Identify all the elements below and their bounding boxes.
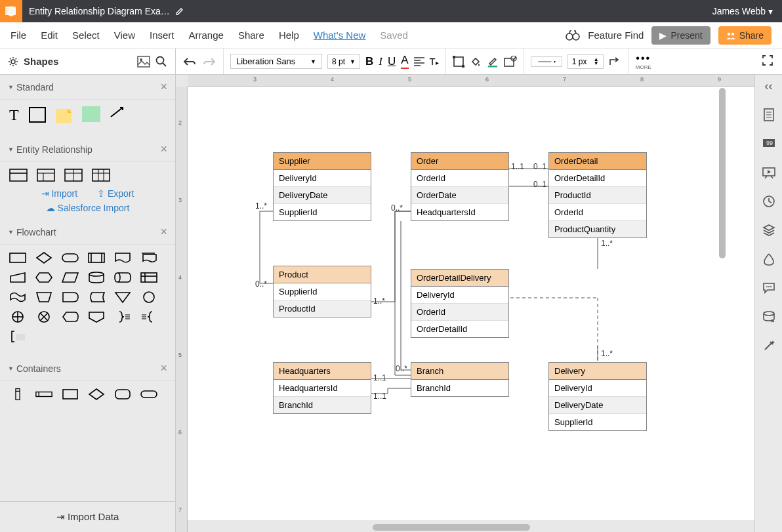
er-shape-3[interactable] (64, 169, 83, 182)
entity-orderdetaildelivery[interactable]: OrderDetailDelivery DeliveryId OrderId O… (411, 269, 509, 338)
chat-icon[interactable] (762, 281, 776, 295)
panel-er-header[interactable]: ▼Entity Relationship× (0, 137, 175, 162)
entity-product[interactable]: Product SupplierId ProductId (273, 266, 371, 317)
fc-manual[interactable] (35, 291, 52, 304)
comment-icon[interactable]: 99 (762, 136, 776, 151)
er-export-link[interactable]: ⇪ Export (97, 188, 134, 199)
vertical-scrollbar[interactable] (719, 88, 726, 258)
menu-whats-new[interactable]: What's New (314, 30, 366, 41)
close-icon[interactable]: × (160, 361, 167, 375)
menu-view[interactable]: View (114, 30, 135, 41)
layers-icon[interactable] (762, 223, 776, 237)
image-icon[interactable] (137, 56, 150, 68)
underline-button[interactable]: U (388, 55, 396, 68)
page-icon[interactable] (762, 108, 776, 122)
line-route-icon[interactable] (609, 56, 622, 68)
fc-data[interactable] (62, 271, 79, 284)
fc-direct[interactable] (114, 271, 131, 284)
c-rounded[interactable] (114, 388, 131, 401)
c-pill[interactable] (140, 388, 157, 401)
bold-button[interactable]: B (365, 55, 373, 68)
close-icon[interactable]: × (160, 225, 167, 239)
fullscreen-icon[interactable] (762, 55, 773, 66)
font-size-select[interactable]: 8 pt▼ (327, 54, 360, 69)
canvas[interactable]: Supplier DeliveryId DeliveryDate Supplie… (188, 87, 754, 520)
line-style-select[interactable]: ▼ (531, 56, 562, 67)
data-icon[interactable] (762, 310, 776, 324)
shape-options-icon[interactable] (504, 56, 517, 68)
entity-branch[interactable]: Branch BranchId (411, 362, 509, 397)
fc-delay[interactable] (62, 291, 79, 304)
fc-stored[interactable] (88, 291, 105, 304)
entity-supplier[interactable]: Supplier DeliveryId DeliveryDate Supplie… (273, 152, 371, 221)
align-button[interactable] (414, 57, 424, 66)
import-data-button[interactable]: ⇥ Import Data (0, 501, 175, 532)
document-title[interactable]: Entity Relationship Diagram Exa… (22, 6, 191, 16)
fc-merge[interactable] (114, 291, 131, 304)
text-color-button[interactable]: A (401, 54, 408, 69)
fc-tape[interactable] (9, 291, 26, 304)
border-color-icon[interactable] (487, 56, 499, 68)
text-format-button[interactable]: T▸ (430, 56, 439, 67)
canvas-area[interactable]: 3456789 234567 (176, 75, 754, 532)
menu-help[interactable]: Help (279, 30, 299, 41)
entity-delivery[interactable]: Delivery DeliveryId DeliveryDate Supplie… (548, 362, 647, 431)
fc-note[interactable] (9, 330, 26, 343)
fc-document[interactable] (114, 251, 131, 264)
edit-title-icon[interactable] (175, 7, 184, 16)
fc-diamond[interactable] (35, 251, 52, 264)
panel-containers-header[interactable]: ▼Containers× (0, 356, 175, 381)
menu-arrange[interactable]: Arrange (189, 30, 224, 41)
menu-insert[interactable]: Insert (150, 30, 175, 41)
fc-input[interactable] (9, 271, 26, 284)
fc-offpage[interactable] (88, 310, 105, 323)
binoculars-icon[interactable] (566, 30, 580, 41)
close-icon[interactable]: × (160, 142, 167, 156)
salesforce-import-link[interactable]: ☁ Salesforce Import (9, 203, 166, 213)
fill-icon[interactable] (470, 56, 482, 68)
present-button[interactable]: ▶ Present (651, 26, 710, 45)
entity-order[interactable]: Order OrderId OrderDate HeadquartersId (411, 152, 509, 221)
fc-rect[interactable] (9, 251, 26, 264)
menu-edit[interactable]: Edit (41, 30, 58, 41)
c-lane-v[interactable] (9, 388, 26, 401)
feature-find[interactable]: Feature Find (588, 30, 644, 41)
fc-prep[interactable] (35, 271, 52, 284)
c-rect[interactable] (62, 388, 79, 401)
fc-brace-l[interactable] (140, 310, 157, 323)
collapse-dock-icon[interactable]: ‹‹ (762, 79, 776, 93)
fc-display[interactable] (62, 310, 79, 323)
fc-internal[interactable] (140, 271, 157, 284)
c-diamond[interactable] (88, 388, 105, 401)
more-button[interactable]: ••• MORE (636, 52, 651, 70)
share-button[interactable]: Share (718, 26, 772, 45)
italic-button[interactable]: I (379, 55, 382, 68)
fc-brace-r[interactable] (114, 310, 131, 323)
fc-sum[interactable] (35, 310, 52, 323)
c-lane-h[interactable] (35, 388, 52, 401)
er-import-link[interactable]: ⇥ Import (41, 188, 78, 199)
horizontal-scrollbar[interactable] (373, 524, 530, 531)
fc-terminator[interactable] (62, 251, 79, 264)
menu-share[interactable]: Share (238, 30, 264, 41)
entity-headquarters[interactable]: Headquarters HeadquartersId BranchId (273, 362, 371, 414)
line-width-select[interactable]: 1 px▲▼ (567, 54, 604, 69)
redo-icon[interactable] (202, 56, 216, 67)
panel-standard-header[interactable]: ▼Standard× (0, 75, 175, 100)
drop-icon[interactable] (762, 252, 776, 266)
menu-select[interactable]: Select (72, 30, 100, 41)
user-menu[interactable]: James Webb ▾ (703, 6, 782, 16)
er-shape-4[interactable] (92, 169, 110, 182)
gear-icon[interactable] (8, 56, 18, 67)
panel-flowchart-header[interactable]: ▼Flowchart× (0, 220, 175, 245)
fc-or[interactable] (9, 310, 26, 323)
fc-database[interactable] (88, 271, 105, 284)
fc-multidoc[interactable] (140, 251, 157, 264)
er-shape-1[interactable] (9, 169, 28, 182)
presentation-icon[interactable] (762, 165, 776, 180)
fc-connector[interactable] (140, 291, 157, 304)
app-icon[interactable] (0, 0, 22, 22)
undo-icon[interactable] (182, 56, 197, 67)
font-select[interactable]: Liberation Sans▼ (230, 54, 322, 69)
entity-orderdetail[interactable]: OrderDetail OrderDetailId ProductId Orde… (548, 152, 647, 238)
